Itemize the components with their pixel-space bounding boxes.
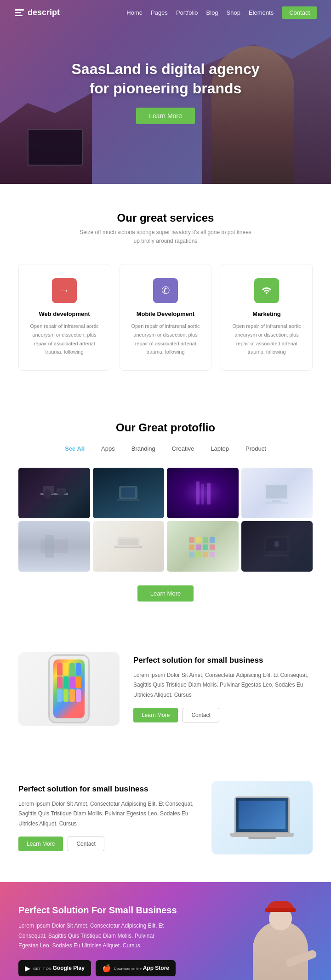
portfolio-item-7[interactable] [167, 521, 239, 572]
svg-rect-12 [201, 484, 204, 504]
mobile-dev-desc: Open repair of infrarenal aortic aneurys… [129, 322, 202, 356]
portfolio-section: Our Great protoflio See All Apps Brandin… [0, 394, 331, 625]
service-card-web: → Web development Open repair of infrare… [18, 264, 110, 371]
portfolio-learn-more-button[interactable]: Learn More [137, 585, 194, 602]
svg-rect-24 [196, 537, 201, 543]
svg-rect-19 [45, 535, 54, 558]
filter-apps[interactable]: Apps [97, 443, 119, 454]
cta-description: Lorem ipsum Dolor Sit Amet, Consectetur … [18, 921, 166, 951]
portfolio-item-2[interactable] [93, 468, 165, 518]
solution2-learn-more-button[interactable]: Learn More [18, 837, 63, 851]
portfolio-img-7 [167, 521, 239, 572]
portfolio-item-4[interactable] [241, 468, 313, 518]
svg-rect-32 [196, 552, 201, 557]
svg-rect-0 [15, 9, 24, 11]
mobile-dev-title: Mobile Development [129, 310, 202, 317]
app-icons-grid [55, 661, 83, 716]
marketing-icon [254, 278, 279, 303]
person-body [248, 912, 313, 980]
portfolio-img-6 [93, 521, 165, 572]
service-card-marketing: Marketing Open repair of infrarenal aort… [221, 264, 313, 371]
google-play-button[interactable]: ▶ GET IT ON Google Play [18, 960, 91, 976]
solution2-contact-button[interactable]: Contact [68, 837, 104, 851]
portfolio-item-3[interactable] [167, 468, 239, 518]
marketing-title: Marketing [230, 310, 303, 317]
svg-point-7 [58, 490, 64, 497]
solution1-buttons: Learn More Contact [133, 708, 313, 722]
portfolio-img-4 [241, 468, 313, 518]
portfolio-img-5 [18, 521, 90, 572]
nav-links: Home Pages Portfolio Blog Shop Elements … [126, 6, 317, 19]
filter-branding[interactable]: Branding [128, 443, 159, 454]
hero-monitor-decor [28, 129, 83, 166]
svg-rect-33 [203, 552, 208, 557]
svg-rect-37 [272, 553, 281, 555]
laptop-illustration [211, 781, 313, 854]
services-title: Our great services [18, 212, 313, 224]
filter-all[interactable]: See All [61, 443, 88, 454]
svg-rect-13 [207, 483, 211, 504]
portfolio-item-1[interactable] [18, 468, 90, 518]
cta-person-illustration [244, 907, 317, 980]
solution-content-1: Perfect solution for small business Lore… [133, 656, 313, 722]
phone-body [48, 654, 90, 723]
nav-pages[interactable]: Pages [151, 9, 168, 16]
hero-section: SaasLand is digital agency for pioneerin… [0, 0, 331, 184]
solution-image-laptop [211, 781, 313, 854]
nav-elements[interactable]: Elements [249, 9, 274, 16]
nav-shop[interactable]: Shop [227, 9, 240, 16]
app-icon [63, 676, 69, 689]
web-dev-title: Web development [28, 310, 101, 317]
app-icon [76, 663, 81, 676]
svg-rect-9 [121, 487, 135, 498]
svg-rect-22 [119, 539, 138, 545]
svg-rect-1 [15, 12, 21, 13]
nav-contact-button[interactable]: Contact [282, 6, 317, 19]
app-icon [63, 689, 69, 702]
svg-rect-15 [266, 485, 287, 499]
nav-home[interactable]: Home [126, 9, 143, 16]
phone-screen [53, 659, 85, 718]
brand-logo[interactable]: descript [14, 7, 60, 18]
nav-portfolio[interactable]: Portfolio [176, 9, 198, 16]
services-section: Our great services Seize off much victor… [0, 184, 331, 394]
svg-rect-30 [210, 544, 215, 550]
marketing-desc: Open repair of infrarenal aortic aneurys… [230, 322, 303, 356]
app-store-text: Download on the App Store [114, 965, 169, 971]
filter-product[interactable]: Product [242, 443, 270, 454]
portfolio-item-8[interactable] [241, 521, 313, 572]
svg-rect-28 [196, 544, 201, 550]
google-play-icon: ▶ [25, 964, 30, 973]
solution1-learn-more-button[interactable]: Learn More [133, 708, 178, 722]
services-grid: → Web development Open repair of infrare… [18, 264, 313, 371]
solution1-contact-button[interactable]: Contact [183, 708, 219, 722]
portfolio-img-3 [167, 468, 239, 518]
laptop-base [230, 833, 294, 837]
portfolio-item-6[interactable] [93, 521, 165, 572]
svg-rect-39 [274, 541, 279, 547]
portfolio-img-8 [241, 521, 313, 572]
portfolio-img-1 [18, 468, 90, 518]
solution-content-2: Perfect solution for small business Lore… [18, 785, 198, 851]
person-hat-brim [265, 908, 296, 912]
mobile-dev-icon: ✆ [153, 278, 178, 303]
solution-section-1: Perfect solution for small business Lore… [0, 625, 331, 753]
svg-rect-23 [189, 537, 194, 543]
hero-cta-button[interactable]: Learn More [136, 108, 195, 124]
hero-headline: SaasLand is digital agency for pioneerin… [71, 60, 259, 98]
app-icon [69, 663, 75, 676]
filter-laptop[interactable]: Laptop [207, 443, 233, 454]
solution1-title: Perfect solution for small business [133, 656, 313, 665]
svg-rect-10 [117, 499, 140, 501]
app-store-button[interactable]: 🍎 Download on the App Store [96, 960, 176, 976]
svg-rect-17 [265, 502, 288, 504]
nav-blog[interactable]: Blog [206, 9, 218, 16]
svg-rect-11 [196, 481, 200, 504]
filter-creative[interactable]: Creative [168, 443, 198, 454]
portfolio-title: Our Great protoflio [18, 421, 313, 434]
svg-rect-38 [264, 555, 289, 556]
app-icon [76, 689, 81, 702]
portfolio-item-5[interactable] [18, 521, 90, 572]
solution-image-phone [18, 652, 120, 726]
hero-content: SaasLand is digital agency for pioneerin… [62, 51, 268, 133]
